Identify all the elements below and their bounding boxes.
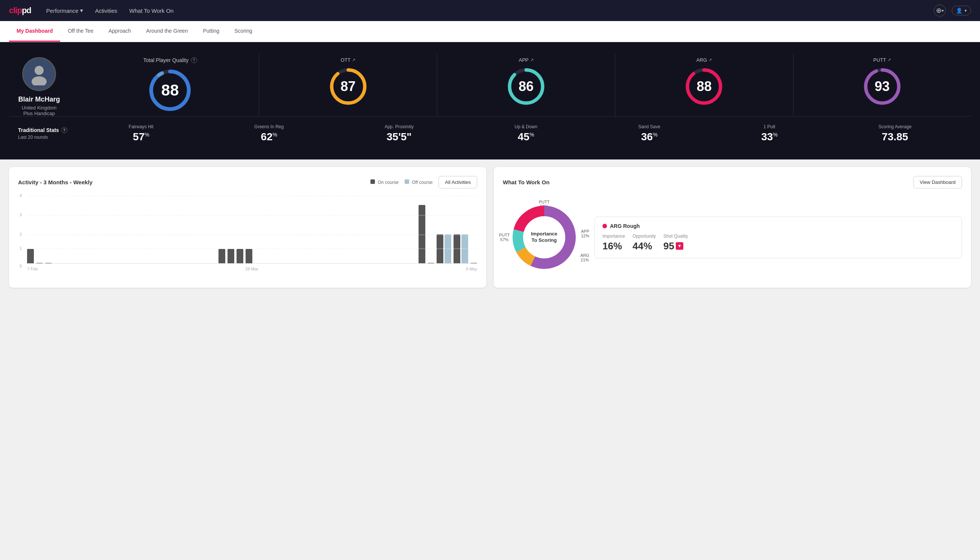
x-label-2: 28 Mar [245, 267, 258, 271]
nav-links: Performance ▾ Activities What To Work On [46, 7, 934, 14]
nav-performance[interactable]: Performance ▾ [46, 7, 83, 14]
what-to-work-on-card: What To Work On View Dashboard PUTT 57% … [494, 167, 971, 288]
stat-sand-save: Sand Save 36% [638, 124, 661, 143]
stat-sand-save-value: 36% [641, 131, 658, 143]
putt-circle: 93 [862, 66, 903, 107]
view-dashboard-button[interactable]: View Dashboard [913, 176, 962, 188]
trad-label-col: Traditional Stats ? Last 20 rounds [18, 127, 78, 140]
logo: clippd [9, 6, 31, 15]
arg-value: 88 [696, 78, 712, 94]
hero-inner: Blair McHarg United Kingdom Plus Handica… [9, 54, 971, 116]
total-quality-label: Total Player Quality ? [143, 57, 197, 63]
bar-group-1 [27, 249, 34, 263]
tab-off-the-tee[interactable]: Off the Tee [60, 21, 101, 42]
all-activities-button[interactable]: All Activities [438, 176, 477, 188]
stat-sand-save-label: Sand Save [638, 124, 661, 129]
bar-on-10 [437, 234, 443, 263]
x-axis-labels: 7 Feb 28 Mar 9 May [18, 267, 477, 271]
ott-label: OTT ↗ [341, 57, 355, 63]
bar-group-12 [471, 263, 477, 263]
avatar [22, 57, 56, 91]
stat-up-down-label: Up & Down [514, 124, 537, 129]
bar-group-10 [437, 234, 451, 263]
putt-label: PUTT ↗ [873, 57, 891, 63]
trad-info-icon[interactable]: ? [61, 127, 67, 133]
bottom-section: Activity - 3 Months - Weekly On course O… [0, 160, 980, 295]
add-button[interactable]: ⊕ ▾ [934, 5, 946, 17]
total-score-circle: 88 [147, 68, 193, 113]
bar-on-8 [419, 205, 425, 263]
bar-on-9 [428, 263, 434, 263]
plus-icon: ⊕ [936, 7, 942, 15]
arg-opportunity-label: Opportunity [632, 233, 656, 239]
score-putt: PUTT ↗ 93 [793, 54, 971, 116]
chevron-down-icon: ▾ [80, 7, 83, 14]
legend-on-course: On course [370, 179, 399, 185]
stat-scoring-avg-value: 73.85 [882, 131, 908, 143]
svg-point-1 [32, 77, 47, 85]
nav-activities[interactable]: Activities [95, 8, 117, 14]
top-nav: clippd Performance ▾ Activities What To … [0, 0, 980, 21]
arg-detail-header: ARG Rough [602, 223, 954, 229]
arg-label: ARG ↗ [696, 57, 712, 63]
donut-center-label: ImportanceTo Scoring [531, 231, 557, 244]
bar-group-9 [428, 263, 434, 263]
arg-circle: 88 [683, 66, 725, 107]
user-menu-button[interactable]: 👤 ▾ [952, 6, 971, 15]
bar-on-7 [246, 249, 252, 263]
stat-scoring-avg-label: Scoring Average [879, 124, 912, 129]
tab-around-the-green[interactable]: Around the Green [138, 21, 195, 42]
stat-1-putt-label: 1 Putt [764, 124, 775, 129]
tab-my-dashboard[interactable]: My Dashboard [9, 21, 60, 42]
donut-wrap: PUTT 57% APP12% ARG21% PUTT57% [503, 196, 586, 279]
stat-fairways-hit-value: 57% [133, 131, 149, 143]
arg-opportunity-value: 44% [632, 240, 656, 252]
donut-section: PUTT 57% APP12% ARG21% PUTT57% [503, 196, 962, 279]
stat-fairways-hit-label: Fairways Hit [129, 124, 153, 129]
info-icon[interactable]: ? [191, 57, 197, 63]
wtwo-title: What To Work On [503, 179, 549, 185]
legend-off-course-dot [404, 179, 409, 184]
stat-app-prox-label: App. Proximity [385, 124, 414, 129]
player-country: United Kingdom [22, 105, 57, 110]
stat-1-putt-value: 33% [761, 131, 778, 143]
sub-nav: My Dashboard Off the Tee Approach Around… [0, 21, 980, 42]
bar-on-5 [228, 249, 234, 263]
app-trend-icon: ↗ [530, 58, 534, 62]
stat-scoring-avg: Scoring Average 73.85 [879, 124, 912, 143]
activity-card: Activity - 3 Months - Weekly On course O… [9, 167, 486, 288]
arg-shot-quality: Shot Quality 95 ▼ [663, 233, 688, 252]
bar-chart-wrap: 4 3 2 1 0 [18, 196, 477, 271]
bar-on-11 [454, 234, 460, 263]
trad-rounds-label: Last 20 rounds [18, 135, 78, 140]
ott-circle: 87 [328, 66, 369, 107]
score-cards: Total Player Quality ? 88 OTT ↗ [81, 54, 971, 116]
activity-card-header: Activity - 3 Months - Weekly On course O… [18, 176, 477, 188]
wtwo-card-header: What To Work On View Dashboard [503, 176, 962, 188]
putt-trend-icon: ↗ [887, 58, 891, 62]
tab-approach[interactable]: Approach [101, 21, 138, 42]
bar-chart: 4 3 2 1 0 [18, 196, 477, 263]
stat-up-down: Up & Down 45% [514, 124, 537, 143]
arg-detail-label: ARG Rough [610, 223, 640, 229]
nav-what-to-work-on[interactable]: What To Work On [129, 8, 174, 14]
bar-off-10 [444, 234, 451, 263]
stat-up-down-value: 45% [518, 131, 534, 143]
tab-putting[interactable]: Putting [196, 21, 227, 42]
stat-1-putt: 1 Putt 33% [761, 124, 778, 143]
chevron-down-icon-add: ▾ [942, 8, 944, 13]
arg-trend-icon: ↗ [709, 58, 712, 62]
bar-group-3 [45, 263, 52, 263]
trad-stats-label: Traditional Stats ? [18, 127, 78, 133]
score-arg: ARG ↗ 88 [615, 54, 793, 116]
nav-right: ⊕ ▾ 👤 ▾ [934, 5, 971, 17]
stat-app-proximity: App. Proximity 35'5" [385, 124, 414, 143]
arg-importance-label: Importance [602, 233, 625, 239]
score-app: APP ↗ 86 [437, 54, 615, 116]
tab-scoring[interactable]: Scoring [227, 21, 260, 42]
bar-on-1 [27, 249, 34, 263]
x-label-3: 9 May [466, 267, 477, 271]
ott-value: 87 [341, 78, 356, 94]
bar-group-8 [419, 205, 425, 263]
arg-shot-quality-label: Shot Quality [663, 233, 688, 239]
